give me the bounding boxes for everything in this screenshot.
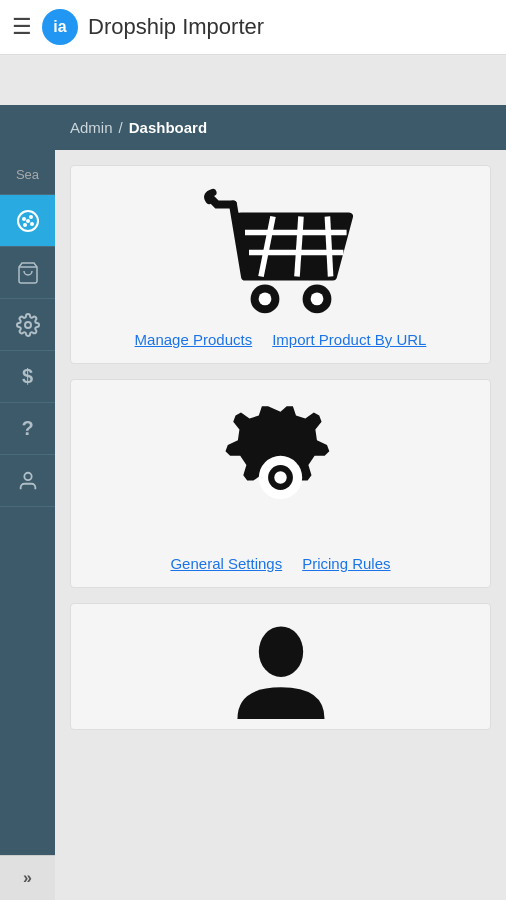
second-bar <box>0 55 506 105</box>
products-card: Manage Products Import Product By URL <box>70 165 491 364</box>
sidebar-expand-button[interactable]: » <box>0 855 55 900</box>
sidebar: Sea $ <box>0 150 55 900</box>
svg-line-12 <box>297 217 301 277</box>
sidebar-item-settings[interactable] <box>0 299 55 351</box>
main-layout: Sea $ <box>0 150 506 900</box>
svg-point-5 <box>26 219 30 223</box>
dashboard-icon <box>16 209 40 233</box>
dollar-icon: $ <box>22 365 33 388</box>
breadcrumb-admin: Admin <box>70 119 113 136</box>
app-title: Dropship Importer <box>88 14 264 40</box>
svg-point-2 <box>29 215 33 219</box>
search-label: Sea <box>16 167 39 182</box>
svg-point-20 <box>274 471 286 483</box>
sidebar-item-pricing[interactable]: $ <box>0 351 55 403</box>
manage-products-link[interactable]: Manage Products <box>135 331 253 348</box>
top-bar: ☰ ia Dropship Importer <box>0 0 506 55</box>
settings-icon <box>16 313 40 337</box>
svg-point-4 <box>23 223 27 227</box>
sidebar-search[interactable]: Sea <box>0 155 55 195</box>
help-icon: ? <box>21 417 33 440</box>
expand-icon: » <box>23 869 32 887</box>
account-card <box>70 603 491 730</box>
app-logo: ia <box>42 9 78 45</box>
general-settings-link[interactable]: General Settings <box>170 555 282 572</box>
svg-point-3 <box>30 222 34 226</box>
svg-point-15 <box>258 293 271 306</box>
user-icon <box>221 624 341 719</box>
svg-point-8 <box>24 472 31 479</box>
sidebar-item-account[interactable] <box>0 455 55 507</box>
settings-card-links: General Settings Pricing Rules <box>170 555 390 572</box>
shopping-cart-icon <box>201 186 361 331</box>
svg-point-7 <box>25 322 31 328</box>
breadcrumb-current: Dashboard <box>129 119 207 136</box>
account-icon <box>17 470 39 492</box>
breadcrumb-separator: / <box>119 119 123 136</box>
menu-icon[interactable]: ☰ <box>12 14 32 40</box>
svg-point-21 <box>258 626 302 677</box>
breadcrumb-bar: Admin / Dashboard <box>0 105 506 150</box>
products-card-links: Manage Products Import Product By URL <box>135 331 427 348</box>
pricing-rules-link[interactable]: Pricing Rules <box>302 555 390 572</box>
sidebar-item-help[interactable]: ? <box>0 403 55 455</box>
settings-card: General Settings Pricing Rules <box>70 379 491 588</box>
sidebar-item-products[interactable] <box>0 247 55 299</box>
cart-icon <box>16 261 40 285</box>
import-product-link[interactable]: Import Product By URL <box>272 331 426 348</box>
gear-settings-icon <box>203 400 358 555</box>
main-content: Manage Products Import Product By URL Ge… <box>55 150 506 900</box>
logo-text: ia <box>53 18 66 36</box>
sidebar-item-dashboard[interactable] <box>0 195 55 247</box>
svg-point-17 <box>310 293 323 306</box>
svg-line-13 <box>327 217 330 277</box>
svg-point-1 <box>22 217 26 221</box>
